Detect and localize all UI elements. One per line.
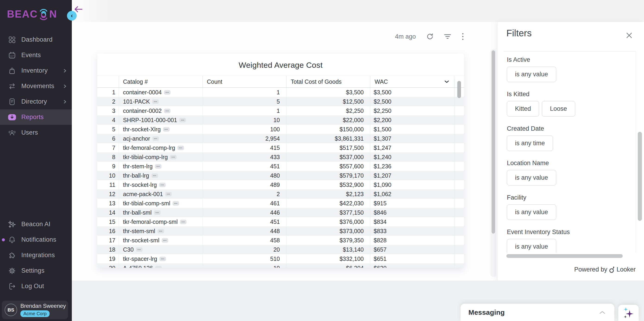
catalog-more-pill[interactable]: •••	[180, 220, 186, 224]
table-row[interactable]: 2101-PACK•••5$12,500$2,500	[97, 97, 464, 106]
filters-horizontal-scrollbar-thumb[interactable]	[506, 254, 623, 258]
sidebar-item-dashboard[interactable]: Dashboard	[0, 32, 72, 47]
table-row[interactable]: 9thr-stem-lrg•••451$557,600$1,236	[97, 162, 464, 171]
table-row[interactable]: 8tkr-tibial-comp-lrg•••433$537,000$1,240	[97, 153, 464, 162]
catalog-more-pill[interactable]: •••	[164, 109, 170, 113]
main-scrollbar-thumb[interactable]	[492, 50, 495, 234]
sidebar-item-notifications[interactable]: Notifications	[0, 232, 72, 247]
catalog-more-pill[interactable]: •••	[159, 183, 166, 187]
table-row[interactable]: 14thr-ball-sml•••446$377,150$846	[97, 208, 464, 217]
catalog-more-pill[interactable]: •••	[179, 118, 186, 122]
catalog-more-pill[interactable]: •••	[154, 210, 160, 215]
sidebar-item-inventory[interactable]: Inventory	[0, 63, 72, 78]
catalog-more-pill[interactable]: •••	[152, 99, 159, 104]
catalog-cell: container-0002•••	[118, 106, 202, 115]
row-index: 5	[97, 125, 118, 134]
table-scrollbar-thumb[interactable]	[457, 81, 461, 98]
table-row[interactable]: 19tkr-spacer-lrg•••510$332,100$651	[97, 254, 464, 263]
sidebar-item-beacon-ai[interactable]: Beacon AI	[0, 216, 72, 232]
messaging-panel[interactable]: Messaging	[460, 304, 614, 321]
close-icon[interactable]	[626, 32, 632, 39]
dashboard-toolbar: 4m ago	[97, 31, 464, 42]
table-row[interactable]: 7tkr-femoral-comp-lrg•••415$517,500$1,24…	[97, 143, 464, 153]
filter-value-button[interactable]: is any time	[507, 136, 553, 151]
table-row[interactable]: 17thr-socket-sml•••458$379,350$828	[97, 236, 464, 245]
table-row[interactable]: 1container-0004•••1$3,500$3,500	[97, 88, 464, 97]
table-row[interactable]: 10thr-ball-lrg•••480$579,170$1,207	[97, 171, 464, 180]
catalog-more-pill[interactable]: •••	[152, 137, 159, 141]
column-header-total-cost[interactable]: Total Cost of Goods	[286, 76, 370, 87]
filter-value-button[interactable]: is any value	[507, 170, 556, 185]
notification-dot	[2, 238, 5, 241]
column-header-count[interactable]: Count	[202, 76, 286, 87]
gear-icon	[8, 267, 16, 275]
sidebar-item-directory[interactable]: Directory	[0, 94, 72, 109]
table-row[interactable]: 11thr-socket-lrg•••489$532,900$1,090	[97, 180, 464, 189]
sidebar-nav: DashboardEventsInventoryMovementsDirecto…	[0, 32, 72, 140]
total-cost-cell: $517,500	[286, 143, 370, 153]
filter-value-button[interactable]: is any value	[507, 239, 556, 253]
refresh-icon[interactable]	[426, 33, 434, 40]
table-row[interactable]: 15tkr-femoral-comp-sml•••451$376,000$834	[97, 217, 464, 226]
table-row[interactable]: 3container-0002•••1$2,250$2,250	[97, 106, 464, 115]
catalog-more-pill[interactable]: •••	[160, 257, 166, 261]
sidebar-item-integrations[interactable]: Integrations	[0, 247, 72, 263]
catalog-more-pill[interactable]: •••	[155, 164, 162, 168]
table-row[interactable]: 18C30•••20$13,140$657	[97, 245, 464, 254]
sidebar-item-settings[interactable]: Settings	[0, 263, 72, 279]
catalog-more-pill[interactable]: •••	[155, 266, 162, 268]
filter-value-button[interactable]: is any value	[507, 67, 556, 82]
sparkles-ai-icon	[623, 307, 634, 319]
filters-vertical-scrollbar-thumb[interactable]	[638, 132, 642, 221]
table-row[interactable]: 4SHRP-1001-000-001•••10$22,000$2,200	[97, 115, 464, 125]
app-root: BEAC N DashboardEventsInventoryMovements…	[0, 0, 644, 321]
catalog-more-pill[interactable]: •••	[172, 201, 179, 206]
brand-logo[interactable]: BEAC N	[0, 0, 72, 21]
filter-value-button[interactable]: Loose	[542, 101, 575, 117]
table-row[interactable]: 20A-4750.126•••10$6,204$620	[97, 263, 464, 268]
catalog-more-pill[interactable]: •••	[165, 192, 172, 196]
filters-drawer: Filters Is Activeis any valueIs KittedKi…	[497, 22, 644, 281]
sidebar-item-users[interactable]: Users	[0, 125, 72, 140]
sidebar-item-events[interactable]: Events	[0, 47, 72, 63]
sidebar-item-label: Directory	[21, 98, 47, 105]
catalog-more-pill[interactable]: •••	[136, 247, 142, 252]
row-index: 8	[97, 153, 118, 162]
table-row[interactable]: 6acj-anchor•••2,954$3,861,331$1,307	[97, 134, 464, 143]
column-header-catalog[interactable]: Catalog #	[118, 76, 202, 87]
catalog-more-pill[interactable]: •••	[178, 146, 184, 150]
main-scrollbar[interactable]	[490, 49, 496, 277]
sidebar-footer-nav: Beacon AINotificationsIntegrationsSettin…	[0, 216, 72, 294]
wac-cell: $2,500	[370, 97, 454, 106]
catalog-more-pill[interactable]: •••	[164, 90, 170, 95]
table-scrollbar[interactable]	[454, 79, 464, 268]
row-index: 1	[97, 88, 118, 97]
table-row[interactable]: 12acme-pack-001•••2$2,123$1,062	[97, 189, 464, 199]
table-row[interactable]: 5thr-socket-Xlrg•••100$150,000$1,500	[97, 125, 464, 134]
count-cell: 451	[202, 217, 286, 226]
catalog-more-pill[interactable]: •••	[158, 229, 164, 233]
table-row[interactable]: 16thr-stem-sml•••448$373,000$833	[97, 226, 464, 236]
wac-cell: $846	[370, 208, 454, 217]
column-header-wac[interactable]: WAC	[370, 76, 454, 87]
more-menu-icon[interactable]	[462, 33, 464, 40]
sidebar-item-movements[interactable]: Movements	[0, 78, 72, 94]
catalog-more-pill[interactable]: •••	[152, 173, 158, 178]
total-cost-cell: $557,600	[286, 162, 370, 171]
chevron-up-icon[interactable]	[599, 311, 606, 314]
filter-icon[interactable]	[444, 33, 451, 39]
beacon-ai-button[interactable]	[618, 305, 639, 321]
sidebar-item-reports[interactable]: Reports	[0, 109, 72, 125]
sidebar-collapse-button[interactable]: ‹	[67, 11, 77, 20]
sidebar-item-log-out[interactable]: Log Out	[0, 279, 72, 294]
filters-title: Filters	[506, 28, 532, 38]
wac-cell: $651	[370, 254, 454, 263]
user-card[interactable]: BS Brendan Sweeney Acme Corp	[2, 301, 68, 319]
catalog-more-pill[interactable]: •••	[170, 155, 176, 159]
filter-value-button[interactable]: Kitted	[507, 101, 539, 117]
catalog-more-pill[interactable]: •••	[163, 127, 170, 132]
catalog-more-pill[interactable]: •••	[162, 238, 168, 243]
table-row[interactable]: 13tkr-tibial-comp-sml•••461$422,030$915	[97, 199, 464, 208]
filter-value-button[interactable]: is any value	[507, 204, 556, 220]
filter-group-is-kitted: Is KittedKittedLoose	[507, 91, 636, 117]
